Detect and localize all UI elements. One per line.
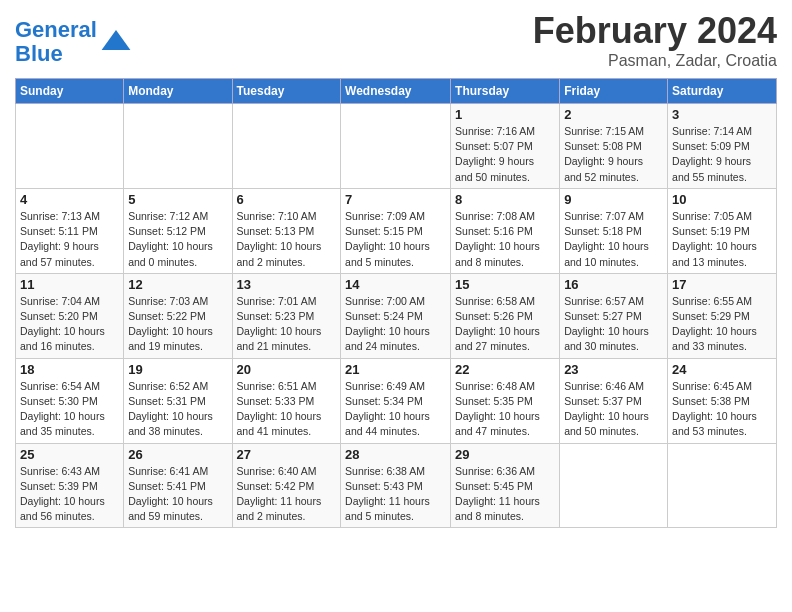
day-info: Sunrise: 7:09 AMSunset: 5:15 PMDaylight:… xyxy=(345,209,446,270)
day-number: 2 xyxy=(564,107,663,122)
day-info: Sunrise: 6:40 AMSunset: 5:42 PMDaylight:… xyxy=(237,464,337,525)
day-cell xyxy=(16,104,124,189)
day-info: Sunrise: 6:46 AMSunset: 5:37 PMDaylight:… xyxy=(564,379,663,440)
day-cell: 18Sunrise: 6:54 AMSunset: 5:30 PMDayligh… xyxy=(16,358,124,443)
day-info: Sunrise: 6:55 AMSunset: 5:29 PMDaylight:… xyxy=(672,294,772,355)
day-number: 9 xyxy=(564,192,663,207)
svg-marker-0 xyxy=(102,30,131,50)
day-info: Sunrise: 6:43 AMSunset: 5:39 PMDaylight:… xyxy=(20,464,119,525)
day-number: 6 xyxy=(237,192,337,207)
logo-general: General xyxy=(15,17,97,42)
day-info: Sunrise: 7:01 AMSunset: 5:23 PMDaylight:… xyxy=(237,294,337,355)
day-cell: 7Sunrise: 7:09 AMSunset: 5:15 PMDaylight… xyxy=(341,188,451,273)
header-day-saturday: Saturday xyxy=(668,79,777,104)
day-info: Sunrise: 6:48 AMSunset: 5:35 PMDaylight:… xyxy=(455,379,555,440)
day-info: Sunrise: 7:08 AMSunset: 5:16 PMDaylight:… xyxy=(455,209,555,270)
day-number: 12 xyxy=(128,277,227,292)
day-number: 26 xyxy=(128,447,227,462)
day-number: 11 xyxy=(20,277,119,292)
day-number: 3 xyxy=(672,107,772,122)
day-info: Sunrise: 6:57 AMSunset: 5:27 PMDaylight:… xyxy=(564,294,663,355)
day-number: 19 xyxy=(128,362,227,377)
day-number: 8 xyxy=(455,192,555,207)
day-cell xyxy=(232,104,341,189)
day-cell: 10Sunrise: 7:05 AMSunset: 5:19 PMDayligh… xyxy=(668,188,777,273)
day-number: 5 xyxy=(128,192,227,207)
day-info: Sunrise: 6:51 AMSunset: 5:33 PMDaylight:… xyxy=(237,379,337,440)
day-info: Sunrise: 7:00 AMSunset: 5:24 PMDaylight:… xyxy=(345,294,446,355)
day-cell: 20Sunrise: 6:51 AMSunset: 5:33 PMDayligh… xyxy=(232,358,341,443)
day-cell: 22Sunrise: 6:48 AMSunset: 5:35 PMDayligh… xyxy=(451,358,560,443)
day-cell: 14Sunrise: 7:00 AMSunset: 5:24 PMDayligh… xyxy=(341,273,451,358)
day-number: 14 xyxy=(345,277,446,292)
day-number: 1 xyxy=(455,107,555,122)
day-number: 27 xyxy=(237,447,337,462)
month-title: February 2024 xyxy=(533,10,777,52)
location-title: Pasman, Zadar, Croatia xyxy=(533,52,777,70)
day-info: Sunrise: 7:10 AMSunset: 5:13 PMDaylight:… xyxy=(237,209,337,270)
day-cell: 13Sunrise: 7:01 AMSunset: 5:23 PMDayligh… xyxy=(232,273,341,358)
header-row: SundayMondayTuesdayWednesdayThursdayFrid… xyxy=(16,79,777,104)
day-cell: 16Sunrise: 6:57 AMSunset: 5:27 PMDayligh… xyxy=(560,273,668,358)
day-cell: 3Sunrise: 7:14 AMSunset: 5:09 PMDaylight… xyxy=(668,104,777,189)
day-cell: 26Sunrise: 6:41 AMSunset: 5:41 PMDayligh… xyxy=(124,443,232,528)
day-cell xyxy=(124,104,232,189)
week-row-2: 4Sunrise: 7:13 AMSunset: 5:11 PMDaylight… xyxy=(16,188,777,273)
day-number: 23 xyxy=(564,362,663,377)
day-number: 10 xyxy=(672,192,772,207)
logo-text: General Blue xyxy=(15,18,97,66)
day-info: Sunrise: 7:14 AMSunset: 5:09 PMDaylight:… xyxy=(672,124,772,185)
day-cell: 9Sunrise: 7:07 AMSunset: 5:18 PMDaylight… xyxy=(560,188,668,273)
day-cell: 6Sunrise: 7:10 AMSunset: 5:13 PMDaylight… xyxy=(232,188,341,273)
day-number: 24 xyxy=(672,362,772,377)
calendar-table: SundayMondayTuesdayWednesdayThursdayFrid… xyxy=(15,78,777,528)
day-cell: 21Sunrise: 6:49 AMSunset: 5:34 PMDayligh… xyxy=(341,358,451,443)
day-number: 29 xyxy=(455,447,555,462)
day-info: Sunrise: 7:05 AMSunset: 5:19 PMDaylight:… xyxy=(672,209,772,270)
day-cell: 15Sunrise: 6:58 AMSunset: 5:26 PMDayligh… xyxy=(451,273,560,358)
day-info: Sunrise: 7:15 AMSunset: 5:08 PMDaylight:… xyxy=(564,124,663,185)
week-row-4: 18Sunrise: 6:54 AMSunset: 5:30 PMDayligh… xyxy=(16,358,777,443)
week-row-1: 1Sunrise: 7:16 AMSunset: 5:07 PMDaylight… xyxy=(16,104,777,189)
header-day-thursday: Thursday xyxy=(451,79,560,104)
week-row-3: 11Sunrise: 7:04 AMSunset: 5:20 PMDayligh… xyxy=(16,273,777,358)
day-info: Sunrise: 6:49 AMSunset: 5:34 PMDaylight:… xyxy=(345,379,446,440)
day-cell: 17Sunrise: 6:55 AMSunset: 5:29 PMDayligh… xyxy=(668,273,777,358)
logo-icon xyxy=(100,26,132,58)
day-cell: 29Sunrise: 6:36 AMSunset: 5:45 PMDayligh… xyxy=(451,443,560,528)
header-day-friday: Friday xyxy=(560,79,668,104)
day-info: Sunrise: 6:41 AMSunset: 5:41 PMDaylight:… xyxy=(128,464,227,525)
day-cell: 12Sunrise: 7:03 AMSunset: 5:22 PMDayligh… xyxy=(124,273,232,358)
day-info: Sunrise: 6:58 AMSunset: 5:26 PMDaylight:… xyxy=(455,294,555,355)
day-cell: 4Sunrise: 7:13 AMSunset: 5:11 PMDaylight… xyxy=(16,188,124,273)
day-number: 21 xyxy=(345,362,446,377)
day-info: Sunrise: 6:54 AMSunset: 5:30 PMDaylight:… xyxy=(20,379,119,440)
week-row-5: 25Sunrise: 6:43 AMSunset: 5:39 PMDayligh… xyxy=(16,443,777,528)
day-cell: 23Sunrise: 6:46 AMSunset: 5:37 PMDayligh… xyxy=(560,358,668,443)
day-number: 4 xyxy=(20,192,119,207)
day-number: 22 xyxy=(455,362,555,377)
day-cell: 2Sunrise: 7:15 AMSunset: 5:08 PMDaylight… xyxy=(560,104,668,189)
day-info: Sunrise: 6:38 AMSunset: 5:43 PMDaylight:… xyxy=(345,464,446,525)
day-number: 17 xyxy=(672,277,772,292)
day-info: Sunrise: 7:13 AMSunset: 5:11 PMDaylight:… xyxy=(20,209,119,270)
day-cell: 19Sunrise: 6:52 AMSunset: 5:31 PMDayligh… xyxy=(124,358,232,443)
day-info: Sunrise: 7:04 AMSunset: 5:20 PMDaylight:… xyxy=(20,294,119,355)
day-cell: 8Sunrise: 7:08 AMSunset: 5:16 PMDaylight… xyxy=(451,188,560,273)
logo-blue: Blue xyxy=(15,41,63,66)
day-info: Sunrise: 6:45 AMSunset: 5:38 PMDaylight:… xyxy=(672,379,772,440)
day-number: 16 xyxy=(564,277,663,292)
day-info: Sunrise: 7:07 AMSunset: 5:18 PMDaylight:… xyxy=(564,209,663,270)
day-cell: 27Sunrise: 6:40 AMSunset: 5:42 PMDayligh… xyxy=(232,443,341,528)
day-cell: 28Sunrise: 6:38 AMSunset: 5:43 PMDayligh… xyxy=(341,443,451,528)
day-info: Sunrise: 6:36 AMSunset: 5:45 PMDaylight:… xyxy=(455,464,555,525)
day-cell: 25Sunrise: 6:43 AMSunset: 5:39 PMDayligh… xyxy=(16,443,124,528)
header-day-tuesday: Tuesday xyxy=(232,79,341,104)
day-number: 25 xyxy=(20,447,119,462)
logo: General Blue xyxy=(15,18,132,66)
day-info: Sunrise: 7:12 AMSunset: 5:12 PMDaylight:… xyxy=(128,209,227,270)
day-info: Sunrise: 6:52 AMSunset: 5:31 PMDaylight:… xyxy=(128,379,227,440)
day-info: Sunrise: 7:03 AMSunset: 5:22 PMDaylight:… xyxy=(128,294,227,355)
day-number: 13 xyxy=(237,277,337,292)
day-number: 7 xyxy=(345,192,446,207)
